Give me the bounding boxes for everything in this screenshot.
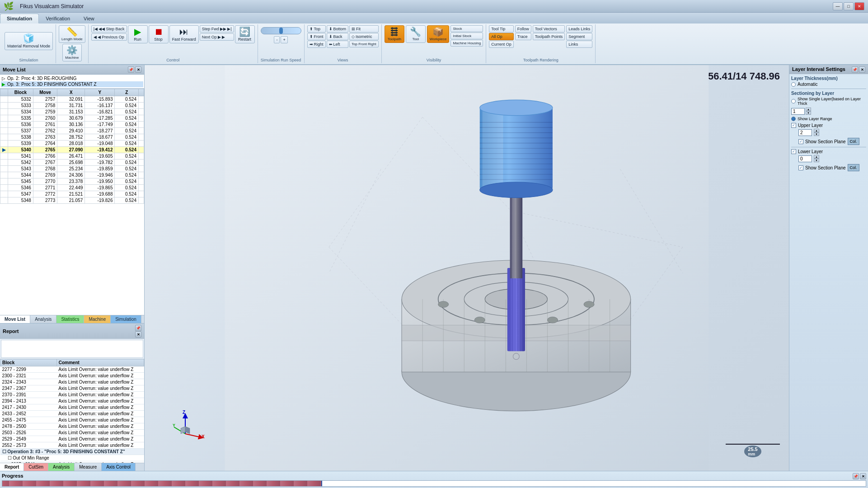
tool-vectors-button[interactable]: Tool Vectors	[533, 25, 565, 33]
report-table-row[interactable]: 2370 - 2391Axis Limit Overrun: value und…	[0, 392, 144, 398]
move-list-pin-button[interactable]: 📌	[128, 66, 134, 73]
section-plane-2-item[interactable]: ✓ Show Section Plane Col.	[798, 164, 866, 171]
minimize-button[interactable]: —	[833, 2, 843, 10]
single-layer-up[interactable]: ▲	[806, 108, 811, 111]
toolpath-points-button[interactable]: Toolpath Points	[533, 33, 565, 40]
table-row[interactable]: 5346 2771 22.449 -19.865 0.524	[0, 185, 144, 191]
viewport[interactable]: 🕐 5 756.41/14 748.96	[145, 65, 789, 471]
report-table-row[interactable]: 2433 - 2452Axis Limit Overrun: value und…	[0, 411, 144, 417]
op-item-2[interactable]: ▶ Op. 3: Proc 5: 3D FINISHING CONSTANT Z	[1, 81, 143, 87]
right-view-button[interactable]: ➡ Right	[307, 41, 326, 48]
tab-axis-control[interactable]: Axis Control	[102, 463, 136, 471]
maximize-button[interactable]: □	[844, 2, 854, 10]
table-row[interactable]: 5341 2766 26.471 -19.605 0.524	[0, 153, 144, 160]
lower-layer-item[interactable]: ✓ Lower Layer	[791, 149, 866, 154]
table-row[interactable]: 5344 2769 24.306 -19.946 0.524	[0, 172, 144, 178]
all-op-button[interactable]: All Op	[489, 33, 514, 40]
report-table-row[interactable]: 2324 - 2343Axis Limit Overrun: value und…	[0, 379, 144, 385]
stop-button[interactable]: ⏹ Stop	[149, 25, 169, 43]
report-text-area[interactable]	[1, 340, 143, 358]
run-button[interactable]: ▶ Run	[128, 25, 148, 43]
step-back-button[interactable]: |◀ ◀◀ Step Back	[91, 25, 127, 33]
prev-op-button[interactable]: ◀ ◀ Previous Op	[91, 33, 127, 41]
table-row[interactable]: 5338 2763 28.752 -18.677 0.524	[0, 134, 144, 141]
op-item-1[interactable]: ▷ Op. 2: Proc 4: 3D RE-ROUGHING	[1, 75, 143, 81]
section-plane-1-checkbox[interactable]: ✓	[798, 139, 803, 144]
stock-vis-button[interactable]: Stock	[450, 25, 483, 32]
bottom-view-button[interactable]: ⬇ Bottom	[327, 25, 349, 33]
speed-down-button[interactable]: -	[274, 36, 280, 43]
tab-machine[interactable]: Machine	[84, 315, 111, 323]
links-button[interactable]: Links	[566, 41, 592, 48]
left-view-button[interactable]: ⬅ Left	[327, 41, 349, 48]
fit-view-button[interactable]: ⊞ Fit	[349, 25, 379, 33]
isometric-view-button[interactable]: ◇ Isometric	[349, 33, 379, 40]
table-row[interactable]: 5334 2759 31.153 -16.821 0.524	[0, 109, 144, 115]
upper-layer-checkbox[interactable]: ✓	[791, 123, 796, 128]
back-view-button[interactable]: ⬇ Back	[327, 33, 349, 40]
machine-housing-vis-button[interactable]: Machine Housing	[450, 40, 483, 47]
lower-layer-checkbox[interactable]: ✓	[791, 149, 796, 154]
automatic-radio-item[interactable]: Automatic	[791, 82, 866, 87]
segment-button[interactable]: Segment	[566, 33, 592, 40]
single-layer-down[interactable]: ▼	[806, 111, 811, 115]
report-table-row[interactable]: 2347 - 2367Axis Limit Overrun: value und…	[0, 385, 144, 392]
restart-button[interactable]: 🔄 Restart	[235, 25, 255, 43]
current-op-button[interactable]: Current Op	[489, 41, 514, 48]
move-list-close-button[interactable]: ✕	[135, 66, 141, 73]
lower-layer-down[interactable]: ▼	[814, 159, 819, 162]
move-table-container[interactable]: Block Move X Y Z 5332 2757 32.091 -15.89…	[0, 89, 144, 315]
front-view-button[interactable]: ⬆ Front	[307, 33, 326, 40]
tab-cutsim[interactable]: CutSim	[24, 463, 48, 471]
tab-view[interactable]: View	[77, 14, 101, 23]
next-op-button[interactable]: Next Op ▶ ▶	[200, 33, 234, 41]
progress-pin-button[interactable]: 📌	[853, 473, 859, 479]
progress-close-button[interactable]: ✕	[860, 473, 866, 479]
single-layer-value[interactable]: 1	[791, 108, 805, 115]
table-row[interactable]: 5336 2761 30.136 -17.749 0.524	[0, 122, 144, 128]
upper-layer-item[interactable]: ✓ Upper Layer	[791, 123, 866, 128]
single-layer-radio[interactable]	[791, 99, 796, 103]
upper-layer-up[interactable]: ▲	[814, 129, 819, 132]
table-row[interactable]: 5339 2764 28.018 -19.048 0.524	[0, 141, 144, 147]
tab-report-analysis[interactable]: Analysis	[48, 463, 75, 471]
tool-vis-button[interactable]: 🔧 Tool	[406, 25, 426, 43]
report-table-row[interactable]: 2394 - 2413Axis Limit Overrun: value und…	[0, 398, 144, 404]
tab-simulation[interactable]: Simulation	[0, 14, 39, 23]
col-button-1[interactable]: Col.	[848, 138, 859, 145]
tab-measure[interactable]: Measure	[75, 463, 102, 471]
table-row[interactable]: 5348 2773 21.057 -19.826 0.524	[0, 197, 144, 204]
report-pin-button[interactable]: 📌	[135, 325, 141, 331]
top-front-right-button[interactable]: Top Front Right	[349, 41, 379, 47]
initial-stock-vis-button[interactable]: Initial Stock	[450, 33, 483, 39]
tool-tip-button[interactable]: Tool Tip	[489, 25, 514, 33]
tab-simulation[interactable]: Simulation	[111, 315, 141, 323]
single-layer-radio-item[interactable]: Show Single Layer(based on Layer Thick	[791, 97, 866, 106]
table-row[interactable]: 5343 2768 25.234 -19.859 0.524	[0, 166, 144, 172]
length-mode-button[interactable]: 📏 Length Mode	[59, 25, 85, 43]
section-plane-2-checkbox[interactable]: ✓	[798, 165, 803, 170]
layer-range-radio[interactable]	[791, 117, 796, 121]
report-table-row[interactable]: 2927 - 3341Axis Limit Overrun: value und…	[0, 461, 144, 463]
leads-links-button[interactable]: Leads Links	[566, 25, 592, 33]
lower-layer-value[interactable]: 0	[798, 155, 812, 162]
table-row[interactable]: 5337 2762 29.410 -18.277 0.524	[0, 128, 144, 134]
report-table-row[interactable]: 2277 - 2299Axis Limit Overrun: value und…	[0, 366, 144, 373]
report-table-row[interactable]: 2417 - 2430Axis Limit Overrun: value und…	[0, 404, 144, 411]
tab-verification[interactable]: Verification	[39, 14, 77, 23]
table-row[interactable]: 5335 2760 30.679 -17.285 0.524	[0, 115, 144, 122]
table-row[interactable]: 5345 2770 23.378 -19.950 0.524	[0, 178, 144, 185]
tab-analysis[interactable]: Analysis	[30, 315, 56, 323]
fast-forward-button[interactable]: ⏭ Fast Forward	[169, 25, 199, 43]
tab-report[interactable]: Report	[0, 463, 24, 471]
table-row[interactable]: 5333 2758 31.731 -16.137 0.524	[0, 103, 144, 109]
trace-button[interactable]: Trace	[515, 33, 531, 40]
report-table-row[interactable]: 2455 - 2475Axis Limit Overrun: value und…	[0, 417, 144, 423]
layer-range-radio-item[interactable]: Show Layer Range	[791, 117, 866, 121]
material-removal-button[interactable]: 🧊 Material Removal Mode	[5, 32, 53, 50]
tab-statistics[interactable]: Statistics	[56, 315, 84, 323]
automatic-radio[interactable]	[791, 82, 796, 87]
tab-move-list[interactable]: Move List	[0, 315, 30, 323]
step-fwd-button[interactable]: Step Fwd ▶▶ ▶|	[200, 25, 234, 33]
table-row[interactable]: 5342 2767 25.698 -19.782 0.524	[0, 160, 144, 166]
